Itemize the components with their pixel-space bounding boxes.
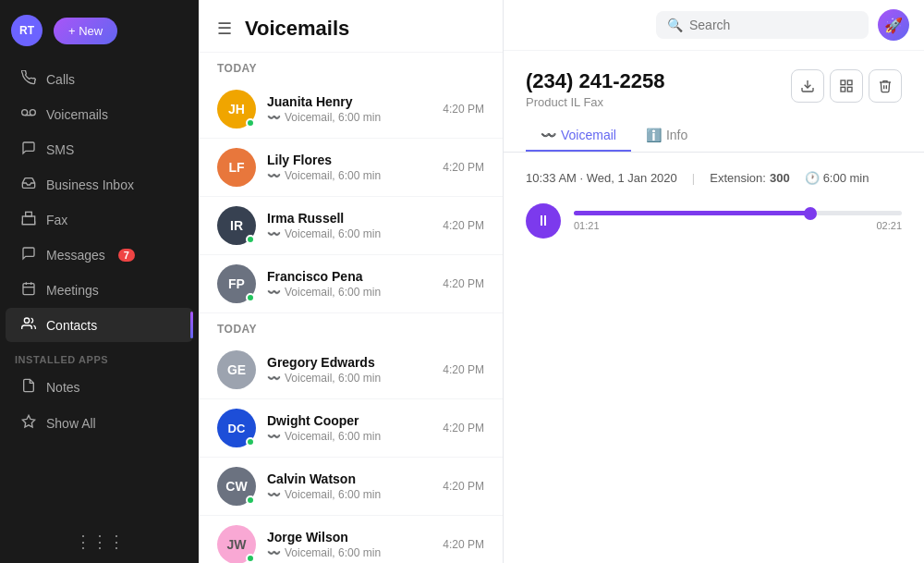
- current-time: 01:21: [574, 220, 600, 231]
- sidebar-item-show-all[interactable]: Show All: [6, 406, 193, 440]
- hamburger-icon[interactable]: ☰: [217, 18, 232, 39]
- list-item[interactable]: GE Gregory Edwards 〰️ Voicemail, 6:00 mi…: [199, 341, 503, 399]
- topbar: 🔍 🚀: [504, 0, 924, 51]
- list-header: ☰ Voicemails: [199, 0, 503, 53]
- contact-info: Jorge Wilson 〰️ Voicemail, 6:00 min: [267, 530, 432, 559]
- list-item[interactable]: LF Lily Flores 〰️ Voicemail, 6:00 min 4:…: [199, 139, 503, 197]
- grid-icon[interactable]: ⋮⋮⋮: [75, 532, 125, 552]
- voicemail-tab-icon: 〰️: [541, 128, 556, 142]
- detail-content: 10:33 AM · Wed, 1 Jan 2020 | Extension: …: [504, 153, 924, 563]
- contact-time: 4:20 PM: [443, 480, 484, 493]
- voicemail-sub-icon: 〰️: [267, 430, 281, 443]
- svg-rect-15: [841, 87, 845, 92]
- voicemail-sub-icon: 〰️: [267, 169, 281, 182]
- messages-badge: 7: [118, 249, 135, 262]
- main-area: ☰ Voicemails TODAY JH Juanita Henry 〰️ V…: [199, 0, 924, 563]
- voicemail-sub-icon: 〰️: [267, 111, 281, 124]
- search-box[interactable]: 🔍: [656, 11, 869, 39]
- avatar: GE: [217, 350, 256, 389]
- notes-icon: [20, 378, 37, 396]
- sidebar-item-voicemails[interactable]: Voicemails: [6, 97, 193, 131]
- messages-icon: [20, 246, 37, 263]
- contact-sub: 〰️ Voicemail, 6:00 min: [267, 227, 432, 240]
- contact-list-panel: ☰ Voicemails TODAY JH Juanita Henry 〰️ V…: [199, 0, 504, 563]
- search-icon: 🔍: [667, 18, 683, 32]
- contact-time: 4:20 PM: [443, 363, 484, 376]
- sidebar-item-label: Show All: [46, 416, 96, 431]
- online-status: [246, 496, 255, 505]
- sidebar-header: RT + New: [0, 0, 199, 61]
- clock-icon: 🕐: [805, 171, 820, 185]
- contact-time: 4:20 PM: [443, 161, 484, 174]
- online-status: [246, 554, 255, 563]
- list-item[interactable]: DC Dwight Cooper 〰️ Voicemail, 6:00 min …: [199, 399, 503, 458]
- sidebar-item-fax[interactable]: Fax: [6, 202, 193, 237]
- sidebar-item-sms[interactable]: SMS: [6, 132, 193, 166]
- progress-track: [574, 211, 902, 215]
- pause-button[interactable]: ⏸: [526, 203, 561, 239]
- sidebar-item-business-inbox[interactable]: Business Inbox: [6, 167, 193, 202]
- detail-subtitle: Product IL Fax: [526, 95, 702, 109]
- list-item[interactable]: JH Juanita Henry 〰️ Voicemail, 6:00 min …: [199, 80, 503, 139]
- sidebar-item-notes[interactable]: Notes: [6, 370, 193, 404]
- progress-thumb: [804, 207, 817, 220]
- sidebar-item-calls[interactable]: Calls: [6, 62, 193, 96]
- contact-name: Juanita Henry: [267, 94, 432, 109]
- sidebar-item-label: Fax: [46, 213, 67, 227]
- page-title: Voicemails: [245, 17, 349, 41]
- online-status: [246, 118, 255, 128]
- sidebar-item-messages[interactable]: Messages 7: [6, 238, 193, 272]
- info-tab-icon: ℹ️: [646, 128, 662, 142]
- online-status: [246, 235, 255, 244]
- detail-header: (234) 241-2258 Product IL Fax 〰️ Voicema…: [504, 51, 924, 153]
- sidebar-bottom: ⋮⋮⋮: [0, 520, 199, 563]
- contact-info: Irma Russell 〰️ Voicemail, 6:00 min: [267, 211, 432, 240]
- avatar: LF: [217, 148, 256, 187]
- list-item[interactable]: CW Calvin Watson 〰️ Voicemail, 6:00 min …: [199, 458, 503, 516]
- sidebar-item-label: Business Inbox: [46, 177, 134, 192]
- contact-name: Calvin Watson: [267, 471, 432, 486]
- sidebar-nav: Calls Voicemails SMS Business Inbox Fax: [0, 61, 199, 343]
- contact-time: 4:20 PM: [443, 538, 484, 551]
- svg-point-0: [22, 110, 28, 116]
- contact-sub: 〰️ Voicemail, 6:00 min: [267, 372, 432, 385]
- inbox-icon: [20, 176, 37, 193]
- svg-rect-3: [22, 216, 34, 225]
- svg-point-9: [24, 318, 29, 323]
- tab-label: Info: [666, 128, 687, 142]
- detail-actions: [791, 69, 902, 103]
- contact-time: 4:20 PM: [443, 422, 484, 434]
- contact-info: Gregory Edwards 〰️ Voicemail, 6:00 min: [267, 355, 432, 385]
- list-item[interactable]: IR Irma Russell 〰️ Voicemail, 6:00 min 4…: [199, 197, 503, 255]
- contact-sub: 〰️ Voicemail, 6:00 min: [267, 488, 432, 501]
- contact-sub: 〰️ Voicemail, 6:00 min: [267, 111, 432, 124]
- contact-time: 4:20 PM: [443, 277, 484, 290]
- contact-sub: 〰️ Voicemail, 6:00 min: [267, 286, 432, 299]
- meta-datetime: 10:33 AM · Wed, 1 Jan 2020: [526, 171, 677, 185]
- sidebar-item-label: Meetings: [46, 283, 99, 298]
- sidebar-item-meetings[interactable]: Meetings: [6, 273, 193, 307]
- ext-label: Extension:: [710, 171, 766, 185]
- progress-bar-wrap[interactable]: 01:21 02:21: [574, 211, 902, 231]
- sidebar-item-contacts[interactable]: Contacts: [6, 308, 193, 342]
- list-item[interactable]: JW Jorge Wilson 〰️ Voicemail, 6:00 min 4…: [199, 516, 503, 563]
- contact-name: Dwight Cooper: [267, 413, 432, 428]
- contacts-icon: [20, 316, 37, 334]
- tab-info[interactable]: ℹ️ Info: [631, 120, 702, 152]
- new-button[interactable]: + New: [54, 18, 117, 44]
- tab-voicemail[interactable]: 〰️ Voicemail: [526, 120, 631, 152]
- voicemail-icon: [20, 105, 37, 123]
- share-button[interactable]: [830, 69, 863, 103]
- svg-rect-14: [847, 87, 852, 92]
- online-status: [246, 437, 255, 447]
- search-input[interactable]: [689, 18, 857, 32]
- delete-button[interactable]: [869, 69, 902, 103]
- download-button[interactable]: [791, 69, 824, 103]
- rocket-button[interactable]: 🚀: [878, 9, 909, 41]
- svg-rect-4: [26, 212, 32, 216]
- online-status: [246, 293, 255, 302]
- voicemail-sub-icon: 〰️: [267, 372, 281, 385]
- installed-apps-label: INSTALLED APPS: [0, 347, 199, 369]
- list-item[interactable]: FP Francisco Pena 〰️ Voicemail, 6:00 min…: [199, 255, 503, 313]
- contact-info: Lily Flores 〰️ Voicemail, 6:00 min: [267, 153, 432, 182]
